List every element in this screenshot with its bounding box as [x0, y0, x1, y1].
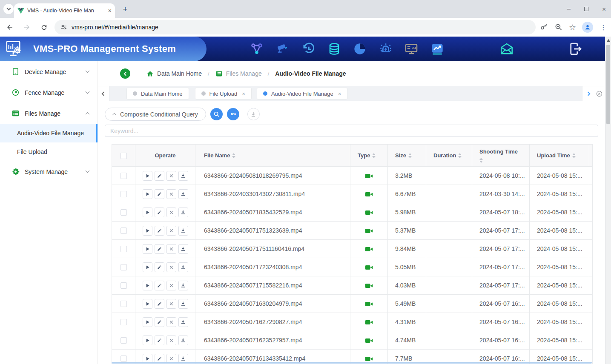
- row-checkbox[interactable]: [120, 246, 127, 252]
- column-header-upload-time[interactable]: Upload Time: [537, 152, 570, 159]
- edit-button[interactable]: [155, 244, 164, 254]
- download-button[interactable]: [178, 208, 188, 217]
- breadcrumb-home-label[interactable]: Data Main Home: [157, 70, 202, 77]
- download-button[interactable]: [178, 281, 188, 290]
- sort-icon[interactable]: [232, 153, 235, 158]
- keyword-input[interactable]: [105, 125, 598, 137]
- row-checkbox[interactable]: [120, 282, 127, 289]
- column-header-duration[interactable]: Duration: [433, 152, 456, 159]
- edit-button[interactable]: [155, 262, 164, 272]
- edit-button[interactable]: [155, 281, 164, 290]
- password-key-icon[interactable]: [540, 23, 548, 31]
- forward-icon[interactable]: [20, 20, 34, 34]
- play-button[interactable]: [143, 208, 152, 217]
- play-button[interactable]: [143, 336, 152, 345]
- column-header-size[interactable]: Size: [395, 152, 406, 159]
- play-button[interactable]: [143, 281, 152, 290]
- edit-button[interactable]: [155, 317, 164, 327]
- play-button[interactable]: [143, 262, 152, 272]
- breadcrumb-files-manage[interactable]: Files Manage: [215, 70, 262, 77]
- site-settings-icon[interactable]: [60, 24, 67, 31]
- column-header-type[interactable]: Type: [358, 152, 370, 159]
- download-button[interactable]: [178, 317, 188, 327]
- row-checkbox[interactable]: [120, 301, 127, 307]
- select-all-checkbox[interactable]: [120, 153, 127, 159]
- alarm-icon[interactable]: [378, 41, 393, 57]
- scrollbar-thumb[interactable]: [606, 45, 610, 124]
- sidebar-item-files-manage[interactable]: Files Manage: [0, 103, 98, 124]
- delete-button[interactable]: [166, 189, 176, 199]
- sidebar-item-file-upload[interactable]: File Upload: [0, 142, 98, 161]
- delete-button[interactable]: [166, 317, 176, 327]
- delete-button[interactable]: [166, 299, 176, 309]
- profile-avatar[interactable]: [582, 22, 593, 33]
- tab-close-icon[interactable]: ×: [338, 91, 341, 97]
- tab-search-button[interactable]: [3, 4, 14, 14]
- window-close-icon[interactable]: ×: [602, 6, 606, 13]
- sidebar-item-fence-manage[interactable]: Fence Manage: [0, 82, 98, 103]
- edit-button[interactable]: [155, 226, 164, 236]
- tabs-scroll-left-button[interactable]: [98, 86, 109, 101]
- edit-button[interactable]: [155, 189, 164, 199]
- edit-button[interactable]: [155, 336, 164, 345]
- play-button[interactable]: [143, 299, 152, 309]
- tab-close-icon[interactable]: ×: [242, 91, 245, 97]
- browser-tab[interactable]: VMS - Audio-Video File Man ×: [14, 3, 115, 18]
- back-icon[interactable]: [3, 20, 17, 34]
- history-icon[interactable]: [301, 41, 316, 57]
- sidebar-item-device-manage[interactable]: Device Manage: [0, 61, 98, 82]
- delete-button[interactable]: [166, 226, 176, 236]
- row-checkbox[interactable]: [120, 264, 127, 270]
- sidebar-item-audio-video-file-manage[interactable]: Audio-Video File Manage: [0, 124, 98, 142]
- download-button[interactable]: [178, 189, 188, 199]
- pie-chart-icon[interactable]: [352, 41, 367, 57]
- play-button[interactable]: [143, 244, 152, 254]
- row-checkbox[interactable]: [120, 228, 127, 234]
- play-button[interactable]: [143, 226, 152, 236]
- search-button[interactable]: [210, 108, 223, 120]
- edit-button[interactable]: [155, 299, 164, 309]
- download-button[interactable]: [178, 336, 188, 345]
- download-button[interactable]: [178, 244, 188, 254]
- mail-icon[interactable]: [499, 41, 514, 57]
- share-network-icon[interactable]: [249, 41, 264, 57]
- play-button[interactable]: [143, 189, 152, 199]
- sort-icon[interactable]: [572, 153, 576, 158]
- column-header-file-name[interactable]: File Name: [204, 152, 230, 159]
- page-tab-data-main-home[interactable]: Data Main Home: [126, 88, 189, 100]
- analytics-icon[interactable]: [430, 41, 445, 57]
- play-button[interactable]: [143, 171, 152, 181]
- page-scrollbar[interactable]: [605, 37, 611, 364]
- row-checkbox[interactable]: [120, 209, 127, 216]
- edit-button[interactable]: [155, 208, 164, 217]
- breadcrumb-home[interactable]: Data Main Home: [146, 70, 202, 77]
- delete-button[interactable]: [166, 244, 176, 254]
- delete-button[interactable]: [166, 171, 176, 181]
- row-checkbox[interactable]: [120, 319, 127, 325]
- sort-icon[interactable]: [458, 153, 462, 158]
- play-button[interactable]: [143, 317, 152, 327]
- row-checkbox[interactable]: [120, 173, 127, 179]
- minimize-icon[interactable]: –: [567, 5, 571, 13]
- page-tab-file-upload[interactable]: File Upload ×: [195, 88, 252, 100]
- export-button[interactable]: [247, 108, 260, 120]
- row-checkbox[interactable]: [120, 191, 127, 197]
- url-text[interactable]: vms-pro.net/#/media/file/manage: [72, 24, 158, 31]
- row-checkbox[interactable]: [120, 355, 127, 362]
- sort-icon[interactable]: [408, 153, 412, 158]
- tabs-scroll-right-button[interactable]: [582, 86, 594, 101]
- bookmark-star-icon[interactable]: ☆: [569, 23, 576, 32]
- new-tab-button[interactable]: +: [120, 4, 130, 14]
- composite-query-button[interactable]: Composite Conditional Query: [105, 108, 206, 121]
- delete-button[interactable]: [166, 208, 176, 217]
- scroll-up-icon[interactable]: [607, 39, 610, 42]
- delete-button[interactable]: [166, 262, 176, 272]
- breadcrumb-files-label[interactable]: Files Manage: [226, 70, 262, 77]
- logout-icon[interactable]: [568, 41, 583, 57]
- zoom-icon[interactable]: [554, 23, 563, 31]
- download-button[interactable]: [178, 171, 188, 181]
- sidebar-item-system-manage[interactable]: System Manage: [0, 161, 98, 182]
- toggle-advanced-button[interactable]: «»: [227, 108, 239, 120]
- address-bar[interactable]: vms-pro.net/#/media/file/manage: [55, 20, 536, 34]
- download-button[interactable]: [178, 226, 188, 236]
